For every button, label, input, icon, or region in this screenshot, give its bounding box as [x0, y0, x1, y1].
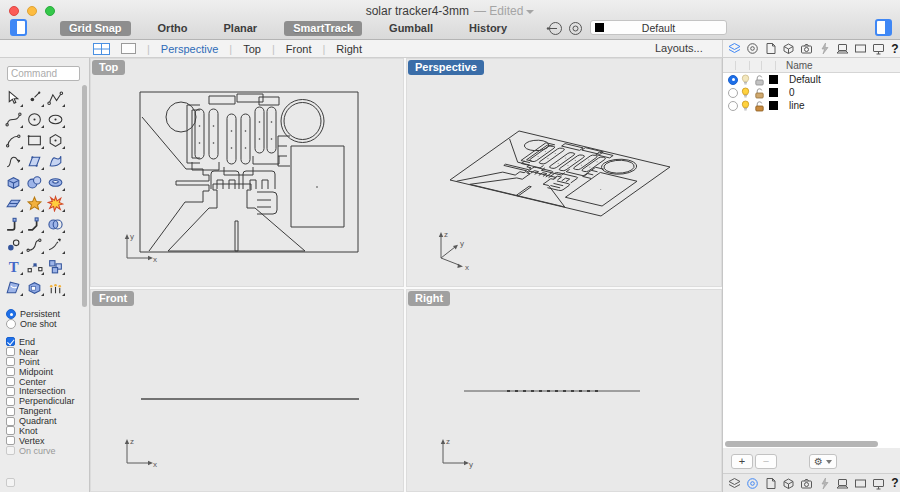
polygon-tool[interactable]	[45, 130, 66, 151]
osnap-on-curve[interactable]: On curve	[6, 446, 88, 456]
circle-tool[interactable]	[24, 109, 45, 130]
layer-visibility-bulb-icon[interactable]	[738, 100, 752, 112]
osnap-mode-persistent[interactable]: Persistent	[6, 309, 88, 319]
minimize-window-button[interactable]	[27, 6, 37, 16]
planar-toggle[interactable]: Planar	[215, 21, 267, 36]
point-tool[interactable]	[24, 88, 45, 109]
snapshots-icon[interactable]	[800, 476, 813, 490]
ellipse-tool[interactable]	[45, 109, 66, 130]
layer-lock-icon[interactable]	[752, 100, 766, 112]
layers-horizontal-scrollbar[interactable]	[725, 441, 878, 447]
current-layer-radio[interactable]	[728, 88, 738, 98]
drape-tool[interactable]	[45, 151, 66, 172]
freeform-curve-tool[interactable]	[3, 151, 24, 172]
osnap-near[interactable]: Near	[6, 347, 88, 357]
window-edited-label[interactable]: — Edited	[474, 4, 534, 18]
layer-visibility-bulb-icon[interactable]	[738, 74, 752, 86]
blend-tool[interactable]	[24, 235, 45, 256]
viewport-label-perspective[interactable]: Perspective	[408, 60, 484, 75]
titlebar[interactable]: solar tracker4-3mm — Edited	[0, 0, 900, 18]
ortho-toggle[interactable]: Ortho	[149, 21, 197, 36]
smarttrack-toggle[interactable]: SmartTrack	[284, 21, 362, 36]
lights-tool[interactable]	[45, 277, 66, 298]
layer-name[interactable]: line	[789, 100, 805, 111]
viewport-perspective[interactable]: Perspective z y x	[406, 58, 722, 287]
properties-icon[interactable]	[746, 476, 759, 490]
surface-points-tool[interactable]	[24, 151, 45, 172]
sidebar-scrollbar[interactable]	[82, 85, 87, 307]
render-viewport-tool[interactable]	[24, 277, 45, 298]
star-tool[interactable]	[24, 193, 45, 214]
layers-icon[interactable]	[728, 42, 741, 56]
current-layer-dropdown[interactable]: Default	[590, 20, 727, 35]
select-arrow-tool[interactable]	[3, 88, 24, 109]
tab-perspective[interactable]: Perspective	[161, 43, 218, 55]
close-window-button[interactable]	[9, 6, 19, 16]
osnap-center[interactable]: Center	[6, 377, 88, 387]
layer-actions-button[interactable]: ⚙	[809, 454, 837, 469]
sphere-tool[interactable]	[24, 172, 45, 193]
layer-color-swatch[interactable]	[769, 75, 778, 84]
point-edit-tool[interactable]	[24, 256, 45, 277]
layer-color-swatch[interactable]	[769, 88, 778, 97]
layers-icon[interactable]	[728, 476, 741, 490]
display-icon[interactable]	[836, 476, 849, 490]
rendering-icon[interactable]	[782, 42, 795, 56]
current-layer-radio[interactable]	[728, 75, 738, 85]
layer-visibility-bulb-icon[interactable]	[738, 87, 752, 99]
explode-tool[interactable]	[45, 193, 66, 214]
single-viewport-icon[interactable]	[121, 43, 136, 54]
osnap-end[interactable]: End	[6, 337, 88, 347]
polyline-tool[interactable]	[45, 88, 66, 109]
gumball-toggle[interactable]: Gumball	[380, 21, 442, 36]
curve-tool[interactable]	[3, 109, 24, 130]
box-tool[interactable]	[3, 172, 24, 193]
layouts-button[interactable]: Layouts...	[655, 42, 703, 54]
osnap-midpoint[interactable]: Midpoint	[6, 367, 88, 377]
layer-row-line[interactable]: line	[723, 99, 900, 112]
web-browser-icon[interactable]	[872, 42, 885, 56]
chamfer-tool[interactable]	[24, 214, 45, 235]
named-views-icon[interactable]	[854, 42, 867, 56]
snapshots-icon[interactable]	[800, 42, 813, 56]
block-tool[interactable]	[45, 256, 66, 277]
display-icon[interactable]	[836, 42, 849, 56]
zoom-window-button[interactable]	[45, 6, 55, 16]
left-sidebar-toggle-icon[interactable]	[10, 19, 27, 36]
plane-tool[interactable]	[3, 193, 24, 214]
osnap-perpendicular[interactable]: Perpendicular	[6, 396, 88, 406]
viewport-top[interactable]: Top y x	[90, 58, 404, 287]
grid-snap-toggle[interactable]: Grid Snap	[60, 21, 131, 36]
text-tool[interactable]: T	[3, 256, 24, 277]
osnap-quadrant[interactable]: Quadrant	[6, 416, 88, 426]
viewport-label-front[interactable]: Front	[92, 291, 134, 306]
tab-front[interactable]: Front	[286, 43, 312, 55]
record-history-icon[interactable]	[546, 20, 563, 37]
boolean-tool[interactable]	[45, 214, 66, 235]
viewport-front[interactable]: Front z x	[90, 289, 404, 492]
layer-row-0[interactable]: 0	[723, 86, 900, 99]
viewport-right[interactable]: Right z y	[406, 289, 722, 492]
current-layer-radio[interactable]	[728, 101, 738, 111]
named-views-icon[interactable]	[854, 476, 867, 490]
layer-lock-icon[interactable]	[752, 87, 766, 99]
tab-top[interactable]: Top	[243, 43, 261, 55]
right-sidebar-toggle-icon[interactable]	[875, 19, 892, 36]
web-browser-icon[interactable]	[872, 476, 885, 490]
osnap-vertex[interactable]: Vertex	[6, 436, 88, 446]
extend-tool[interactable]	[45, 235, 66, 256]
viewport-label-right[interactable]: Right	[408, 291, 450, 306]
notes-icon[interactable]	[764, 42, 777, 56]
sun-icon[interactable]	[818, 476, 831, 490]
layer-color-swatch[interactable]	[769, 101, 778, 110]
sun-icon[interactable]	[818, 42, 831, 56]
rendering-icon[interactable]	[782, 476, 795, 490]
osnap-tangent[interactable]: Tangent	[6, 406, 88, 416]
layer-name[interactable]: Default	[789, 74, 821, 85]
target-icon[interactable]	[567, 20, 584, 37]
add-layer-button[interactable]: +	[731, 454, 753, 469]
properties-icon[interactable]	[746, 42, 759, 56]
history-toggle[interactable]: History	[460, 21, 516, 36]
fillet-tool[interactable]	[3, 214, 24, 235]
osnap-knot[interactable]: Knot	[6, 426, 88, 436]
